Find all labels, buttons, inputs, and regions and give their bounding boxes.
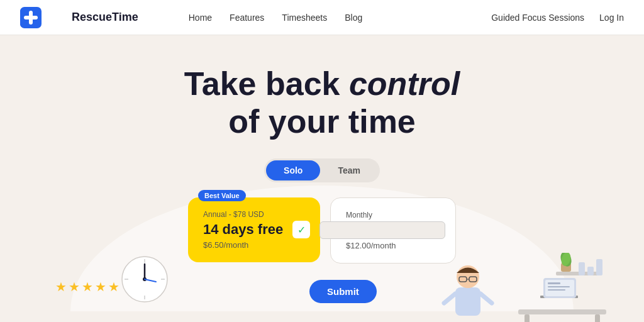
best-value-badge: Best Value — [198, 190, 246, 201]
svg-rect-12 — [455, 287, 480, 316]
nav-features[interactable]: Features — [230, 13, 264, 23]
svg-line-17 — [444, 294, 455, 303]
rescuetime-cross-icon — [20, 7, 42, 28]
svg-rect-25 — [596, 259, 602, 275]
clock-illustration — [119, 254, 170, 304]
svg-rect-31 — [545, 280, 574, 296]
desk-illustration — [518, 253, 606, 322]
navbar: RescueTime Home Features Timesheets Blog… — [0, 0, 644, 35]
monthly-checkbox[interactable]: □ — [319, 221, 445, 239]
svg-rect-27 — [525, 314, 530, 322]
hero-section: Take back control of your time Solo Team… — [0, 35, 644, 274]
svg-rect-23 — [579, 262, 585, 275]
svg-rect-33 — [548, 286, 570, 287]
svg-rect-24 — [587, 267, 594, 275]
annual-subtitle: Annual - $78 USD — [203, 210, 305, 219]
star-2: ★ — [69, 279, 80, 294]
annual-checkbox[interactable]: ✓ — [292, 221, 310, 238]
bottom-decoration: ★ ★ ★ ★ ★ — [0, 240, 644, 322]
hero-title-line2: of your time — [228, 103, 416, 140]
svg-rect-32 — [548, 282, 560, 284]
star-5: ★ — [108, 279, 119, 294]
tab-team[interactable]: Team — [320, 160, 378, 180]
logo[interactable]: RescueTime — [20, 8, 138, 28]
hero-title-text: Take back control — [184, 65, 460, 102]
nav-links: Home Features Timesheets Blog — [189, 13, 491, 23]
star-3: ★ — [82, 279, 93, 294]
nav-home[interactable]: Home — [189, 13, 212, 23]
hero-title: Take back control of your time — [184, 65, 460, 141]
svg-rect-34 — [548, 289, 565, 291]
guided-focus-sessions-link[interactable]: Guided Focus Sessions — [491, 13, 584, 23]
nav-timesheets[interactable]: Timesheets — [282, 13, 327, 23]
star-icons: ★ ★ ★ ★ ★ — [55, 279, 119, 294]
person-illustration — [436, 253, 499, 322]
star-1: ★ — [55, 279, 67, 294]
tab-solo[interactable]: Solo — [266, 160, 320, 180]
stars-rating: ★ ★ ★ ★ ★ — [55, 279, 119, 294]
svg-rect-26 — [518, 309, 606, 314]
nav-blog[interactable]: Blog — [345, 13, 362, 23]
monthly-subtitle: Monthly — [346, 211, 440, 219]
svg-line-18 — [480, 294, 492, 303]
annual-free-trial: 14 days free — [203, 221, 305, 238]
logo-text: RescueTime — [72, 11, 138, 24]
login-link[interactable]: Log In — [599, 13, 624, 23]
svg-rect-28 — [595, 314, 600, 322]
pricing-tabs: Solo Team — [264, 158, 380, 182]
star-4: ★ — [95, 279, 106, 294]
nav-right: Guided Focus Sessions Log In — [491, 13, 624, 23]
svg-rect-3 — [24, 16, 38, 19]
